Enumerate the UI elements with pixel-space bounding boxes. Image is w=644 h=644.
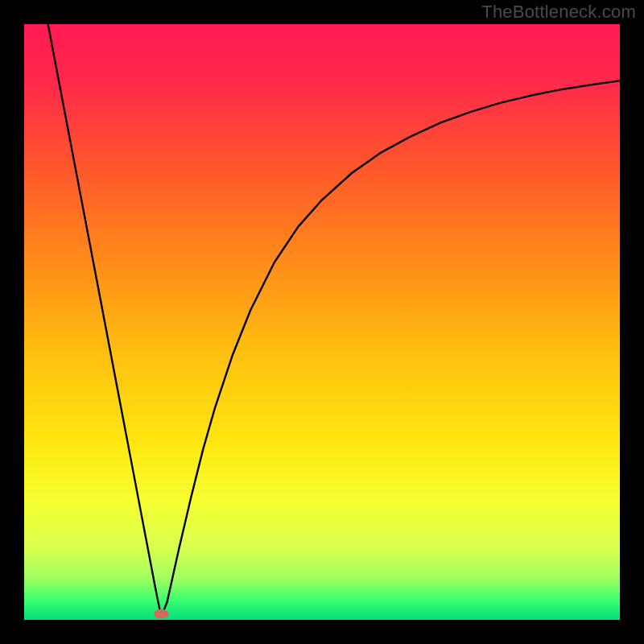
optimal-point-marker [154,609,168,619]
bottleneck-chart [0,0,644,644]
attribution-text: TheBottleneck.com [481,2,636,23]
chart-plot-area [24,24,620,620]
chart-container: TheBottleneck.com [0,0,644,644]
